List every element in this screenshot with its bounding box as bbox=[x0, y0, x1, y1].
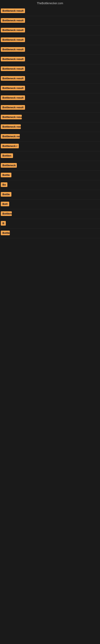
bottleneck-badge[interactable]: Bottlen bbox=[1, 153, 13, 158]
bottleneck-badge[interactable]: Bottleneck result bbox=[1, 8, 25, 13]
bottleneck-badge[interactable]: B bbox=[1, 221, 6, 226]
result-row: Bottleneck result bbox=[0, 36, 100, 45]
bottleneck-badge[interactable]: Bottle bbox=[1, 192, 11, 196]
result-row: Bottleneck r bbox=[0, 142, 100, 151]
result-row: Bottleneck result bbox=[0, 64, 100, 74]
result-row: Bottlene bbox=[0, 209, 100, 219]
result-row: Bottle bbox=[0, 171, 100, 180]
result-row: Bottleneck result bbox=[0, 16, 100, 26]
bottleneck-badge[interactable]: Bottleneck result bbox=[1, 86, 25, 90]
result-row: Bottlen bbox=[0, 151, 100, 161]
result-row: Bottleneck result bbox=[0, 55, 100, 64]
bottleneck-badge[interactable]: Bottleneck result bbox=[1, 18, 25, 23]
result-row: Bottleneck result bbox=[0, 84, 100, 94]
result-row: Bottleneck result bbox=[0, 122, 100, 132]
result-row: Bottleneck resu bbox=[0, 113, 100, 122]
result-row: Bottleneck result bbox=[0, 74, 100, 84]
result-row: Bottle bbox=[0, 190, 100, 200]
bottleneck-badge[interactable]: Bottleneck result bbox=[1, 28, 25, 32]
bottleneck-badge[interactable]: Bottleneck result bbox=[1, 47, 25, 52]
bottleneck-badge[interactable]: Bottle bbox=[1, 173, 11, 177]
bottleneck-badge[interactable]: Bott bbox=[1, 202, 9, 206]
result-row: Bottleneck resul bbox=[0, 132, 100, 142]
result-row: B bbox=[0, 219, 100, 228]
bottleneck-badge[interactable]: Bottle bbox=[1, 231, 10, 235]
result-row: Bottleneck result bbox=[0, 26, 100, 36]
result-row: Bottleneck result bbox=[0, 103, 100, 113]
result-row: Bottleneck bbox=[0, 161, 100, 171]
bottleneck-badge[interactable]: Bottleneck result bbox=[1, 124, 21, 129]
result-row: Bott bbox=[0, 200, 100, 209]
result-row: Bottleneck result bbox=[0, 45, 100, 55]
bottleneck-badge[interactable]: Bottleneck resu bbox=[1, 115, 22, 119]
result-row: Bottle bbox=[0, 228, 100, 238]
bottleneck-badge[interactable]: Bottleneck result bbox=[1, 57, 25, 62]
bottleneck-badge[interactable]: Bottleneck result bbox=[1, 96, 25, 100]
result-row: Bottleneck result bbox=[0, 6, 100, 16]
bottleneck-badge[interactable]: Bottleneck result bbox=[1, 105, 25, 110]
bottleneck-badge[interactable]: Bottleneck r bbox=[1, 144, 19, 148]
bottleneck-badge[interactable]: Bo bbox=[1, 182, 7, 187]
site-title: TheBottlenecker.com bbox=[0, 0, 100, 6]
result-row: Bo bbox=[0, 180, 100, 190]
bottleneck-badge[interactable]: Bottleneck resul bbox=[1, 134, 20, 139]
result-row: Bottleneck result bbox=[0, 94, 100, 103]
bottleneck-badge[interactable]: Bottleneck bbox=[1, 163, 17, 168]
bottleneck-badge[interactable]: Bottleneck result bbox=[1, 76, 25, 81]
bottleneck-badge[interactable]: Bottlene bbox=[1, 211, 12, 216]
bottleneck-badge[interactable]: Bottleneck result bbox=[1, 66, 25, 71]
bottleneck-badge[interactable]: Bottleneck result bbox=[1, 38, 25, 42]
